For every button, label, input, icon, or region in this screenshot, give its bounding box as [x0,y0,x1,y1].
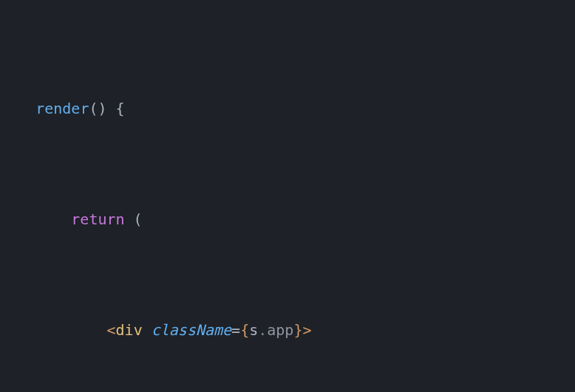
angle-open: < [107,321,116,339]
space [143,321,152,339]
tag-div: div [116,321,143,339]
brace: { [107,100,125,117]
prop-app: app [267,321,293,339]
indent [0,321,107,339]
paren-open: ( [125,210,143,228]
code-editor[interactable]: render() { return ( <div className={s.ap… [0,0,575,392]
brace-open: { [240,321,249,339]
code-line: render() { [0,97,575,120]
code-line: return ( [0,208,575,230]
method-name: render [35,100,89,117]
equals: = [231,321,240,339]
indent [0,210,71,228]
dot: . [258,321,267,339]
code-line: <div className={s.app}> [0,319,575,341]
attr-classname: className [152,321,231,339]
brace-close: } [293,321,302,339]
mouse-cursor-icon [294,351,303,365]
parens: () [89,100,106,117]
keyword-return: return [71,210,124,228]
indent [0,100,35,117]
identifier-s: s [249,321,258,339]
angle-close: > [302,321,311,339]
